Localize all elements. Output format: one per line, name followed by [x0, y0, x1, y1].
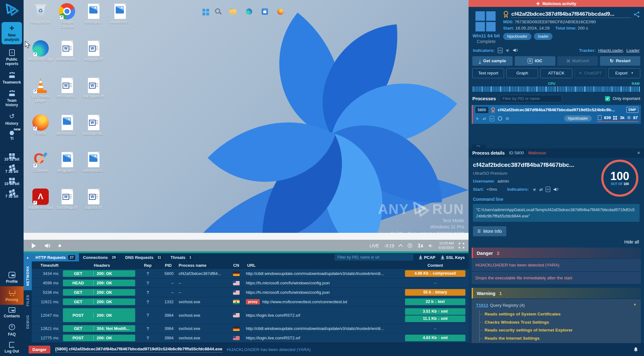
action-button[interactable]: ChatGPT: [575, 68, 606, 78]
status-file-link[interactable]: [5800] cf42af2bdcec387df84ba7f8467bbcdad…: [55, 347, 222, 353]
notifications-bell-icon[interactable]: [633, 347, 639, 353]
desktop-icon[interactable]: fastcheap.rtf: [54, 187, 80, 224]
danger-item[interactable]: Drops the executable file immediately af…: [472, 272, 641, 284]
http-request-row[interactable]: 4596 ms HEAD200: OK ? – – https://fs.mic…: [32, 278, 469, 288]
microsoft-store-icon[interactable]: [262, 8, 268, 15]
warning-section-header[interactable]: Warning1: [472, 288, 641, 298]
tag-pill[interactable]: loader: [534, 33, 552, 40]
collapse-panel-button[interactable]: ▲: [24, 253, 32, 261]
hide-all-link[interactable]: Hide all: [469, 236, 644, 246]
network-tab[interactable]: Connections 29: [79, 253, 121, 261]
reputation-cell[interactable]: ?: [140, 336, 156, 341]
content-cell[interactable]: 4.63 Kb ↑ xml: [402, 335, 469, 341]
content-cell[interactable]: –: [402, 281, 469, 285]
sidebar-item[interactable]: Contacts: [0, 305, 24, 321]
collapse-caret-icon[interactable]: ▼: [633, 303, 636, 306]
http-request-row[interactable]: 3434 ms GET200: OK ? 5800 cf42af2bdcec38…: [32, 269, 469, 278]
desktop-icon[interactable]: drugpaym...: [54, 150, 80, 187]
desktop-icon[interactable]: suiteamazo...: [80, 150, 107, 187]
sidebar-vm-item[interactable]: 10 32 bit: [0, 152, 24, 165]
desktop-icon[interactable]: christianre...: [54, 75, 80, 112]
content-cell[interactable]: 4.66 Kb ↓ compressed: [402, 270, 469, 277]
tag-pill[interactable]: hijackloader: [503, 33, 531, 40]
ssl-keys-download-button[interactable]: SSL Keys: [441, 255, 465, 260]
close-icon[interactable]: ×: [637, 150, 640, 156]
file-explorer-icon[interactable]: [230, 9, 236, 14]
content-cell[interactable]: –: [402, 326, 469, 331]
mitre-technique-link[interactable]: T1012: [476, 303, 488, 308]
desktop-icon[interactable]: Firefox: [27, 112, 54, 150]
action-button[interactable]: Text report: [472, 68, 504, 78]
action-button[interactable]: Graph: [506, 68, 538, 78]
only-important-toggle[interactable]: Only important: [605, 96, 640, 101]
network-tab[interactable]: DNS Requests 11: [121, 253, 167, 261]
http-request-row[interactable]: 12775 ms POST200: OK ? 3984 svchost.exe …: [32, 333, 469, 343]
desktop-icon[interactable]: demandtru...: [54, 112, 80, 150]
desktop-icon[interactable]: Google Chrome: [54, 1, 80, 38]
network-tab[interactable]: HTTP Requests 27: [32, 253, 79, 261]
reputation-cell[interactable]: ?: [140, 313, 156, 318]
http-request-row[interactable]: 12047 ms POST200: OK ? 3984 svchost.exe …: [32, 307, 469, 324]
sidebar-item[interactable]: Team history: [0, 87, 24, 110]
process-change-counts[interactable]: 839 3k ⚙87: [597, 115, 638, 122]
share-icon[interactable]: [633, 11, 640, 18]
http-request-row[interactable]: 5336 ms GET200: OK ? – – https://fs.micr…: [32, 288, 469, 297]
more-info-button[interactable]: More Info: [473, 226, 506, 236]
network-filter-input[interactable]: [335, 254, 413, 260]
process-row-selected[interactable]: 5800 cf42af2bdcec387df84ba7f8467bbcdad97…: [472, 105, 641, 124]
content-cell[interactable]: 22 b ↓ text: [402, 298, 469, 305]
sidebar-item[interactable]: new TI: [0, 128, 24, 143]
sidebar-item[interactable]: New analysis: [2, 22, 22, 44]
sidebar-item[interactable]: Log Out: [0, 339, 24, 356]
desktop-icon[interactable]: packagesw...: [80, 112, 107, 150]
reputation-cell[interactable]: ?: [140, 271, 156, 276]
warning-item[interactable]: Reads the Internet Settings: [480, 334, 636, 342]
sidebar-item[interactable]: Public reports: [0, 47, 24, 69]
desktop-icon[interactable]: wwwtechn...: [107, 1, 133, 38]
http-request-row[interactable]: 12621 ms GET304: Not Modifi... ? 3984 sv…: [32, 324, 469, 333]
sidebar-item[interactable]: Pricing: [0, 286, 24, 304]
side-tab[interactable]: NETWORK: [24, 261, 32, 290]
sidebar-item[interactable]: Profile: [0, 269, 24, 286]
reputation-cell[interactable]: ?: [140, 290, 156, 295]
side-tab[interactable]: DEBUG: [24, 310, 32, 333]
desktop-icon[interactable]: Adobe Acrobat: [27, 187, 54, 224]
vm-screen[interactable]: Recycle Bin Microsoft Edge VLC media pla…: [24, 0, 469, 253]
desktop-icon[interactable]: Recycle Bin: [27, 1, 54, 38]
warning-item[interactable]: Reads settings of System Certificates: [480, 310, 636, 318]
action-button[interactable]: IOC: [515, 56, 555, 66]
network-tab[interactable]: Threats 1: [167, 253, 197, 261]
process-filter-input[interactable]: [500, 95, 562, 102]
warning-item[interactable]: Checks Windows Trust Settings: [480, 318, 636, 326]
danger-section-header[interactable]: Danger2: [472, 248, 641, 258]
pcap-download-button[interactable]: PCAP: [419, 255, 435, 260]
details-drag-handle[interactable]: •••: [472, 145, 486, 148]
sidebar-vm-item[interactable]: 10 64 bit: [0, 177, 24, 189]
reputation-cell[interactable]: ?: [140, 299, 156, 304]
sidebar-item[interactable]: FAQ: [0, 321, 24, 339]
action-button[interactable]: Get sample: [472, 56, 513, 66]
desktop-icon[interactable]: topicfor.rtf: [80, 187, 107, 224]
danger-item[interactable]: HIJACKLOADER has been detected (YARA): [472, 259, 641, 271]
warning-item[interactable]: Reads security settings of Internet Expl…: [480, 326, 636, 334]
sidebar-item[interactable]: History: [0, 110, 24, 128]
volume-icon[interactable]: [45, 243, 50, 248]
command-line-value[interactable]: "C:\Users\admin\AppData\Local\Temp\cf42a…: [473, 204, 640, 222]
action-button[interactable]: Export: [608, 68, 640, 78]
desktop-icon[interactable]: VLC media player: [27, 75, 54, 112]
desktop-icon[interactable]: CCleaner: [27, 150, 54, 187]
action-button[interactable]: Restart: [600, 56, 640, 66]
tracker-link[interactable]: HijackLoader,: [598, 48, 624, 53]
reputation-cell[interactable]: ?: [140, 326, 156, 331]
sidebar-vm-item[interactable]: 7 32 bit: [0, 165, 24, 177]
sidebar-item[interactable]: Teamwork: [0, 69, 24, 87]
taskbar-firefox-icon[interactable]: [277, 8, 284, 15]
reputation-cell[interactable]: ?: [140, 281, 156, 286]
side-tab[interactable]: FILES: [24, 290, 32, 310]
action-button[interactable]: MalConf: [558, 56, 598, 66]
desktop-icon[interactable]: Microsoft Edge: [27, 38, 54, 75]
chevron-up-icon[interactable]: [398, 244, 403, 248]
desktop-icon[interactable]: hostingfa...: [80, 1, 107, 38]
fullscreen-icon[interactable]: [459, 243, 464, 248]
play-button[interactable]: [32, 243, 36, 248]
